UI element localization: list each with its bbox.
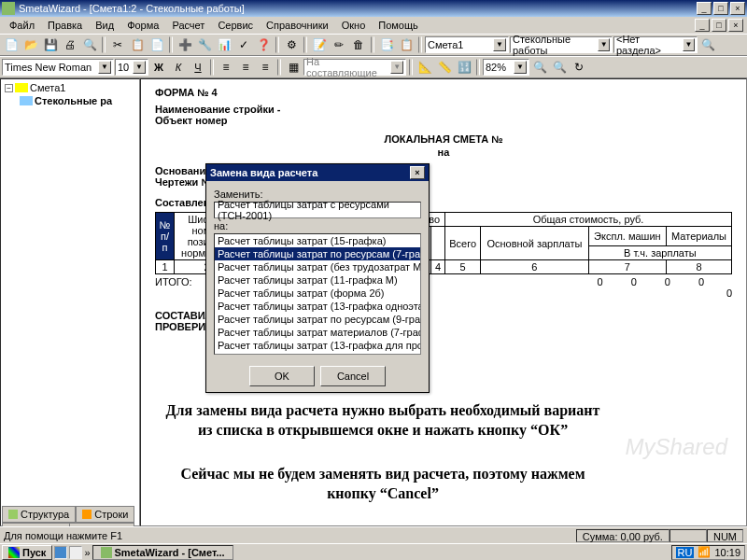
separator (169, 36, 173, 53)
tree-panel: − Смета1 Стекольные ра (0, 78, 140, 526)
menu-calc[interactable]: Расчет (166, 19, 210, 32)
combo-smeta[interactable]: Смета1▼ (425, 36, 509, 53)
th-empty (430, 227, 444, 260)
list-item[interactable]: Расчет таблицы затрат (15-графка) (215, 234, 420, 247)
ok-button[interactable]: OK (249, 366, 315, 386)
border-icon[interactable]: ▦ (284, 58, 303, 77)
menu-service[interactable]: Сервис (212, 19, 259, 32)
list-item[interactable]: Расчет таблицы затрат (без трудозатрат М… (215, 260, 420, 273)
menu-edit[interactable]: Правка (42, 19, 88, 32)
cancel-button[interactable]: Cancel (320, 366, 386, 386)
tab-rows[interactable]: Строки (76, 506, 134, 523)
cut-icon[interactable]: ✂ (108, 35, 127, 54)
tool-icon[interactable]: 📊 (215, 35, 233, 54)
tool-icon[interactable]: 🗑 (349, 35, 368, 54)
tree-child[interactable]: Стекольные ра (3, 94, 137, 107)
print-icon[interactable]: 🖨 (61, 35, 79, 54)
list-item[interactable]: Расчет таблицы затрат с оборудованием (1… (215, 352, 420, 355)
child-minimize-button[interactable]: _ (695, 19, 710, 32)
zoom-combo[interactable]: 82%▼ (483, 59, 529, 76)
tool-icon[interactable]: ⚙ (282, 35, 301, 54)
tool-icon[interactable]: 📏 (435, 58, 454, 77)
menu-refs[interactable]: Справочники (261, 19, 334, 32)
tray-icon[interactable]: 📶 (698, 546, 711, 558)
components-combo[interactable]: На составляющие▼ (303, 59, 406, 76)
zoom-out-icon[interactable]: 🔍 (550, 58, 569, 77)
bold-icon[interactable]: Ж (149, 58, 168, 77)
lang-indicator[interactable]: RU (676, 547, 695, 558)
quick-expand[interactable]: » (84, 547, 90, 558)
tool-icon[interactable]: 📐 (416, 58, 434, 77)
menu-file[interactable]: Файл (4, 19, 40, 32)
zero: 0 (726, 287, 732, 299)
list-item[interactable]: Расчет таблицы затрат по ресурсам (7-гра… (215, 247, 420, 260)
tool-icon[interactable]: ✏ (330, 35, 348, 54)
tab-structure[interactable]: Структура (2, 506, 76, 523)
paste-icon[interactable]: 📄 (148, 35, 166, 54)
dialog-titlebar: Замена вида расчета × (206, 164, 429, 181)
dialog-close-button[interactable]: × (410, 166, 425, 179)
zoom-in-icon[interactable]: 🔍 (530, 58, 549, 77)
menu-form[interactable]: Форма (121, 19, 164, 32)
td: 1 (156, 260, 175, 274)
list-item[interactable]: Расчет таблицы затрат (11-графка М) (215, 273, 420, 287)
tool-icon[interactable]: 📝 (310, 35, 329, 54)
doc-obj: Объект номер (155, 115, 227, 126)
th: Всего (445, 227, 481, 260)
fontsize-combo[interactable]: 10▼ (115, 59, 148, 76)
maximize-button[interactable]: □ (713, 2, 728, 15)
menu-window[interactable]: Окно (336, 19, 372, 32)
status-num: NUM (707, 529, 743, 542)
system-tray: RU 📶 10:19 (671, 545, 745, 560)
list-item[interactable]: Расчет таблицы затрат материалов (7-граф… (215, 326, 420, 339)
tool-icon[interactable]: ❓ (254, 35, 273, 54)
quick-ie-icon[interactable] (54, 546, 67, 559)
list-item[interactable]: Расчет таблицы затрат (13-графка одноэта… (215, 300, 420, 313)
refresh-icon[interactable]: ↻ (570, 58, 588, 77)
tool-icon[interactable]: ➕ (176, 35, 194, 54)
combo-works[interactable]: Стекольные работы▼ (510, 36, 613, 53)
clock[interactable]: 10:19 (714, 547, 740, 558)
tool-icon[interactable]: 📑 (377, 35, 396, 54)
underline-icon[interactable]: Ч (189, 58, 207, 77)
app-icon (101, 547, 112, 558)
save-icon[interactable]: 💾 (41, 35, 60, 54)
list-item[interactable]: Расчет таблицы затрат по ресурсам (9-гра… (215, 313, 420, 326)
status-blank (669, 529, 707, 542)
preview-icon[interactable]: 🔍 (80, 35, 99, 54)
menu-help[interactable]: Помощь (373, 19, 424, 32)
align-center-icon[interactable]: ≡ (236, 58, 255, 77)
collapse-icon[interactable]: − (5, 84, 13, 92)
align-left-icon[interactable]: ≡ (217, 58, 235, 77)
copy-icon[interactable]: 📋 (128, 35, 147, 54)
status-sum: Сумма: 0,00 руб. (576, 529, 669, 542)
replace-dialog: Замена вида расчета × Заменить: Расчет т… (205, 163, 430, 393)
menu-view[interactable]: Вид (90, 19, 120, 32)
list-item[interactable]: Расчет таблицы затрат (13-графка для про… (215, 339, 420, 352)
tool-icon[interactable]: 🔢 (455, 58, 473, 77)
tree-root[interactable]: − Смета1 (3, 81, 137, 94)
minimize-button[interactable]: _ (697, 2, 712, 15)
tool-icon[interactable]: 🔍 (698, 35, 717, 54)
quick-desktop-icon[interactable] (69, 546, 82, 559)
font-combo[interactable]: Times New Roman▼ (2, 59, 114, 76)
open-icon[interactable]: 📂 (21, 35, 40, 54)
label-with: на: (214, 220, 421, 231)
align-right-icon[interactable]: ≡ (256, 58, 275, 77)
doc-icon (20, 96, 33, 105)
start-button[interactable]: Пуск (2, 545, 52, 560)
tool-icon[interactable]: 📋 (397, 35, 416, 54)
close-button[interactable]: × (730, 2, 745, 15)
italic-icon[interactable]: К (169, 58, 188, 77)
tool-icon[interactable]: 🔧 (195, 35, 214, 54)
combo-section[interactable]: <Нет раздела>▼ (613, 36, 698, 53)
taskbar-app[interactable]: SmetaWizard - [Смет... (92, 545, 233, 560)
child-close-button[interactable]: × (728, 19, 743, 32)
tree-label: Смета1 (30, 82, 65, 93)
tool-icon[interactable]: ✓ (234, 35, 253, 54)
new-icon[interactable]: 📄 (2, 35, 21, 54)
replace-field[interactable]: Расчет таблицы затрат с ресурсами (ТСН-2… (214, 202, 421, 218)
child-maximize-button[interactable]: □ (712, 19, 726, 32)
list-item[interactable]: Расчет таблицы затрат (форма 2б) (215, 287, 420, 300)
options-listbox[interactable]: Расчет таблицы затрат (15-графка) Расчет… (214, 233, 421, 355)
